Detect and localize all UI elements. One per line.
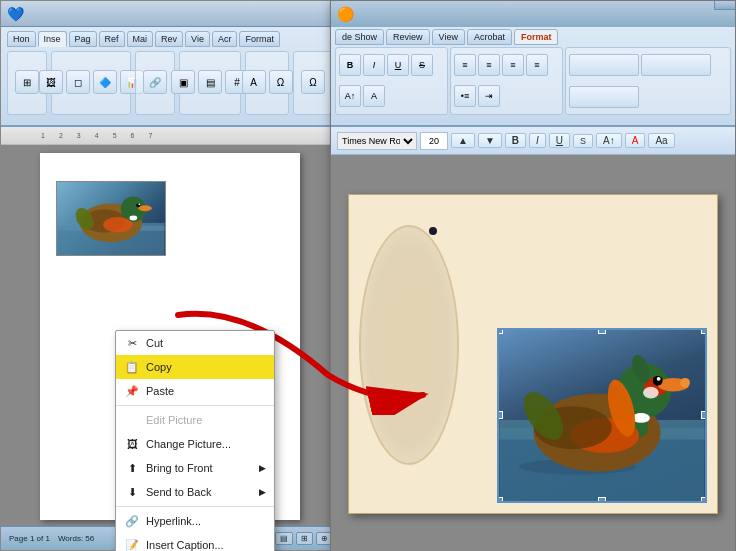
context-menu: ✂ Cut 📋 Copy 📌 Paste Edit Picture 🖼 Chan… bbox=[115, 330, 275, 551]
hyperlink-icon: 🔗 bbox=[124, 513, 140, 529]
tab-mai[interactable]: Mai bbox=[127, 31, 154, 47]
font-highlight-btn[interactable]: Aa bbox=[648, 133, 674, 148]
ruler-marks: 1 2 3 4 5 6 7 bbox=[41, 132, 152, 139]
ribbon-content: ⊞ 🖼 ◻ 🔷 📊 🔗 ▣ bbox=[3, 47, 337, 119]
font-strike-btn[interactable]: S bbox=[411, 54, 433, 76]
context-cut-label: Cut bbox=[146, 337, 163, 349]
context-edit-picture-label: Edit Picture bbox=[146, 414, 202, 426]
ppt-ribbon: de Show Review View Acrobat Format B I U… bbox=[331, 27, 735, 127]
ppt-titlebar: 🟠 bbox=[331, 1, 735, 27]
context-insert-caption-label: Insert Caption... bbox=[146, 539, 224, 551]
context-bring-front-label: Bring to Front bbox=[146, 462, 213, 474]
text-tool-icons bbox=[569, 50, 727, 112]
bring-front-icon: ⬆ bbox=[124, 460, 140, 476]
context-paste-label: Paste bbox=[146, 385, 174, 397]
context-insert-caption[interactable]: 📝 Insert Caption... bbox=[116, 533, 274, 551]
change-picture-icon: 🖼 bbox=[124, 436, 140, 452]
link-button[interactable]: 🔗 bbox=[143, 70, 167, 94]
context-cut[interactable]: ✂ Cut bbox=[116, 331, 274, 355]
send-back-icon: ⬇ bbox=[124, 484, 140, 500]
bullet-dot bbox=[429, 227, 437, 235]
justify-btn[interactable]: ≡ bbox=[526, 54, 548, 76]
align-text-btn[interactable] bbox=[641, 54, 711, 76]
tab-page[interactable]: Pag bbox=[69, 31, 97, 47]
tab-rev[interactable]: Rev bbox=[155, 31, 183, 47]
statusbar-view-btn[interactable]: ▤ bbox=[275, 532, 293, 545]
wordart-button[interactable]: Ω bbox=[269, 70, 293, 94]
font-bold-btn[interactable]: B bbox=[339, 54, 361, 76]
font-size-inc-btn[interactable]: A↑ bbox=[339, 85, 361, 107]
ppt-tab-format[interactable]: Format bbox=[514, 29, 559, 45]
context-paste[interactable]: 📌 Paste bbox=[116, 379, 274, 403]
svg-point-24 bbox=[643, 386, 659, 398]
font-size-input[interactable] bbox=[420, 132, 448, 150]
statusbar-layout-btn[interactable]: ⊞ bbox=[296, 532, 313, 545]
symbol-button[interactable]: Ω bbox=[301, 70, 325, 94]
context-hyperlink[interactable]: 🔗 Hyperlink... bbox=[116, 509, 274, 533]
ppt-duck-svg bbox=[499, 330, 705, 501]
font-color-btn[interactable]: A bbox=[363, 85, 385, 107]
context-bring-front[interactable]: ⬆ Bring to Front ▶ bbox=[116, 456, 274, 480]
strikethrough-btn[interactable]: S bbox=[573, 134, 593, 148]
slide-decoration bbox=[359, 225, 459, 465]
ppt-slide-area bbox=[331, 155, 735, 551]
copy-icon: 📋 bbox=[124, 359, 140, 375]
tab-insert[interactable]: Inse bbox=[38, 31, 67, 47]
align-left-btn[interactable]: ≡ bbox=[454, 54, 476, 76]
font-inc-btn[interactable]: A↑ bbox=[596, 133, 622, 148]
tab-home[interactable]: Hon bbox=[7, 31, 36, 47]
font-underline-btn[interactable]: U bbox=[387, 54, 409, 76]
ppt-ribbon-tabs: de Show Review View Acrobat Format bbox=[331, 27, 735, 45]
ppt-format-bar: Times New Roman ▲ ▼ B I U S A↑ A Aa bbox=[331, 127, 735, 155]
word-titlebar: 💙 bbox=[1, 1, 339, 27]
italic-btn[interactable]: I bbox=[529, 133, 546, 148]
selection-handle-tc bbox=[598, 328, 606, 334]
links-icons: 🔗 bbox=[143, 54, 167, 110]
font-color-format-btn[interactable]: A bbox=[625, 133, 646, 148]
ppt-tab-view[interactable]: View bbox=[432, 29, 465, 45]
font-family-select[interactable]: Times New Roman bbox=[337, 132, 417, 150]
context-change-picture[interactable]: 🖼 Change Picture... bbox=[116, 432, 274, 456]
font-size-up-btn[interactable]: ▲ bbox=[451, 133, 475, 148]
svg-point-21 bbox=[680, 377, 690, 387]
context-change-picture-label: Change Picture... bbox=[146, 438, 231, 450]
textbox-button[interactable]: A bbox=[242, 70, 266, 94]
context-copy[interactable]: 📋 Copy bbox=[116, 355, 274, 379]
bring-front-arrow: ▶ bbox=[259, 463, 266, 473]
selection-handle-br bbox=[701, 497, 707, 503]
tab-ref[interactable]: Ref bbox=[99, 31, 125, 47]
align-center-btn[interactable]: ≡ bbox=[478, 54, 500, 76]
ppt-tab-review[interactable]: Review bbox=[386, 29, 430, 45]
svg-point-7 bbox=[138, 204, 140, 206]
shapes-button[interactable]: ◻ bbox=[66, 70, 90, 94]
ppt-tools-badge bbox=[714, 1, 735, 10]
send-back-arrow: ▶ bbox=[259, 487, 266, 497]
tab-acr[interactable]: Acr bbox=[212, 31, 238, 47]
context-send-back[interactable]: ⬇ Send to Back ▶ bbox=[116, 480, 274, 504]
bullet-btn[interactable]: •≡ bbox=[454, 85, 476, 107]
selection-handle-bl bbox=[497, 497, 503, 503]
ppt-app-icon: 🟠 bbox=[337, 6, 354, 22]
header-button[interactable]: ▣ bbox=[171, 70, 195, 94]
convert-to-btn[interactable] bbox=[569, 86, 639, 108]
underline-btn[interactable]: U bbox=[549, 133, 570, 148]
ppt-tab-acrobat[interactable]: Acrobat bbox=[467, 29, 512, 45]
smartart-button[interactable]: 🔷 bbox=[93, 70, 117, 94]
indent-btn[interactable]: ⇥ bbox=[478, 85, 500, 107]
ppt-tab-slideshow[interactable]: de Show bbox=[335, 29, 384, 45]
ppt-ribbon-content: B I U S A↑ A ≡ ≡ ≡ ≡ •≡ ⇥ bbox=[331, 45, 735, 117]
tab-view[interactable]: Vie bbox=[185, 31, 210, 47]
svg-point-23 bbox=[657, 376, 661, 380]
context-sep-2 bbox=[116, 506, 274, 507]
bold-btn[interactable]: B bbox=[505, 133, 526, 148]
picture-button[interactable]: 🖼 bbox=[39, 70, 63, 94]
font-size-down-btn[interactable]: ▼ bbox=[478, 133, 502, 148]
group-illustrations: 🖼 ◻ 🔷 📊 bbox=[51, 51, 131, 115]
table-button[interactable]: ⊞ bbox=[15, 70, 39, 94]
tables-icons: ⊞ bbox=[15, 54, 39, 110]
align-right-btn[interactable]: ≡ bbox=[502, 54, 524, 76]
text-direction-btn[interactable] bbox=[569, 54, 639, 76]
footer-button[interactable]: ▤ bbox=[198, 70, 222, 94]
font-italic-btn[interactable]: I bbox=[363, 54, 385, 76]
tab-format[interactable]: Format bbox=[239, 31, 280, 47]
